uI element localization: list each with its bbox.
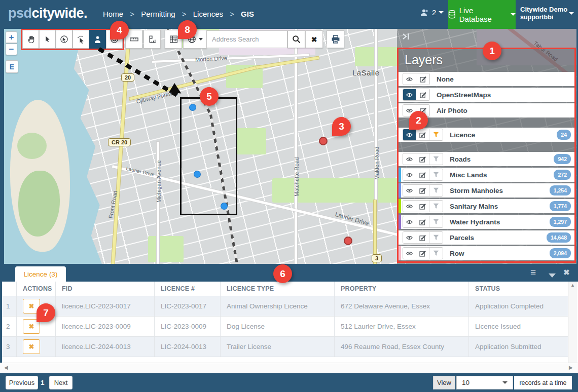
select-lasso-tool-button[interactable]: [73, 30, 89, 49]
pan-hand-tool-button[interactable]: [22, 30, 39, 49]
layer-row-misc-lands[interactable]: Misc Lands 272: [399, 168, 574, 182]
layer-edit-button[interactable]: [416, 248, 429, 259]
layer-group: None OpenStreetMaps Air Photo: [399, 72, 574, 117]
layer-edit-button[interactable]: [416, 73, 429, 85]
callout-7: 7: [37, 303, 55, 322]
map-licence-feature[interactable]: [344, 237, 352, 245]
layer-row-licence[interactable]: Licence 24: [399, 128, 574, 142]
close-panel-icon[interactable]: ✖: [563, 268, 570, 277]
layer-filter-button[interactable]: [429, 201, 443, 212]
address-search-input[interactable]: [206, 30, 287, 48]
print-button[interactable]: [327, 30, 344, 48]
route-badge-20: 20: [121, 73, 134, 82]
layer-edit-button[interactable]: [416, 169, 429, 180]
layer-visibility-toggle[interactable]: [403, 201, 416, 212]
layer-edit-button[interactable]: [416, 216, 429, 227]
east-orientation-button[interactable]: E: [6, 60, 18, 73]
search-button[interactable]: [287, 30, 305, 48]
layer-visibility-toggle[interactable]: [403, 89, 416, 100]
collapse-panel-icon[interactable]: [402, 32, 411, 41]
licence-type-cell: Animal Ownership Licence: [221, 296, 335, 316]
select-arrow-tool-button[interactable]: [39, 30, 56, 49]
layer-filter-button[interactable]: [429, 248, 443, 259]
scroll-up-arrow[interactable]: ▲: [568, 282, 577, 289]
layer-filter-button[interactable]: [429, 232, 443, 243]
column-header-fid[interactable]: FID: [56, 282, 155, 296]
scroll-left-arrow[interactable]: ◀: [4, 365, 8, 370]
layer-edit-button[interactable]: [416, 232, 429, 243]
filter-icon: [433, 132, 439, 138]
zoom-out-button[interactable]: −: [6, 44, 17, 55]
layer-filter-button[interactable]: [429, 153, 443, 165]
tab-licence[interactable]: Licence (3): [15, 266, 66, 282]
layer-buttons: [403, 200, 443, 212]
layer-visibility-toggle[interactable]: [403, 169, 416, 180]
layer-filter-button[interactable]: [429, 129, 443, 140]
eye-icon: [406, 235, 413, 241]
zoom-in-button[interactable]: +: [6, 31, 17, 43]
vertical-scrollbar[interactable]: ▲: [568, 282, 577, 363]
edit-icon: [419, 250, 426, 257]
table-icon: [169, 35, 178, 44]
account-dropdown[interactable]: Citywide Demo supportbbi: [520, 6, 567, 21]
table-body: 1 ✖ licence.LIC-2023-0017 LIC-2023-0017 …: [2, 296, 568, 357]
table-row[interactable]: 1 ✖ licence.LIC-2023-0017 LIC-2023-0017 …: [2, 296, 568, 317]
layer-visibility-toggle[interactable]: [403, 232, 416, 243]
breadcrumb-permitting[interactable]: Permitting: [141, 10, 175, 18]
map-licence-feature[interactable]: [319, 137, 328, 145]
layer-edit-button[interactable]: [416, 89, 429, 100]
layer-edit-button[interactable]: [416, 129, 429, 140]
layer-row-parcels[interactable]: Parcels 14,648: [399, 230, 574, 245]
horizontal-scrollbar[interactable]: ◀ ▶: [0, 363, 578, 373]
column-header-status[interactable]: STATUS: [469, 282, 568, 296]
x-icon: ✖: [29, 302, 34, 310]
breadcrumb-licences[interactable]: Licences: [193, 10, 223, 18]
minus-icon: −: [9, 45, 14, 54]
list-view-icon[interactable]: ≡: [530, 267, 536, 278]
layer-color-stripe: [399, 128, 401, 142]
column-header-licence-[interactable]: LICENCE #: [155, 282, 221, 296]
layer-row-none[interactable]: None: [399, 72, 574, 86]
live-database-dropdown[interactable]: Live Database: [448, 0, 516, 29]
layer-visibility-toggle[interactable]: [403, 248, 416, 259]
clear-search-button[interactable]: ✖: [305, 30, 323, 48]
callout-4: 4: [110, 21, 129, 40]
select-circle-icon: [60, 35, 68, 44]
layer-filter-button[interactable]: [429, 216, 443, 227]
layer-row-storm-manholes[interactable]: Storm Manholes 1,254: [399, 183, 574, 198]
select-circle-tool-button[interactable]: [56, 30, 73, 49]
online-users-dropdown[interactable]: 2: [420, 8, 444, 17]
layer-visibility-toggle[interactable]: [403, 216, 416, 227]
layer-row-row[interactable]: Row 2,094: [399, 246, 574, 260]
next-page-button[interactable]: Next: [49, 376, 73, 389]
layer-visibility-toggle[interactable]: [403, 73, 416, 85]
scroll-right-arrow[interactable]: ▶: [569, 365, 573, 370]
column-header-licence-type[interactable]: LICENCE TYPE: [221, 282, 335, 296]
identify-person-tool-button[interactable]: [89, 30, 106, 49]
previous-page-button[interactable]: Previous: [6, 376, 38, 389]
app-logo[interactable]: psdcitywide.: [8, 6, 87, 21]
layer-row-water-hydrants[interactable]: Water Hydrants 1,297: [399, 215, 574, 229]
breadcrumb-home[interactable]: Home: [103, 10, 123, 18]
layer-edit-button[interactable]: [416, 185, 429, 196]
layer-visibility-toggle[interactable]: [403, 185, 416, 196]
remove-result-button[interactable]: ✖: [23, 339, 40, 354]
layer-visibility-toggle[interactable]: [403, 153, 416, 165]
eye-icon: [406, 132, 413, 138]
column-header-property[interactable]: PROPERTY: [335, 282, 469, 296]
table-row[interactable]: 2 ✖ licence.LIC-2023-0009 LIC-2023-0009 …: [2, 317, 568, 337]
table-row[interactable]: 3 ✖ licence.LIC-2024-0013 LIC-2024-0013 …: [2, 337, 568, 357]
column-header-actions[interactable]: ACTIONS: [17, 282, 56, 296]
measure-profile-button[interactable]: [143, 30, 161, 49]
layer-edit-button[interactable]: [416, 201, 429, 212]
layer-row-openstreetmaps[interactable]: OpenStreetMaps: [399, 88, 574, 102]
layer-visibility-toggle[interactable]: [403, 129, 416, 140]
layer-label: Roads: [450, 155, 471, 163]
layer-row-sanitary-mains[interactable]: Sanitary Mains 1,774: [399, 199, 574, 213]
page-size-select[interactable]: 10: [456, 376, 513, 389]
layer-filter-button[interactable]: [429, 169, 443, 180]
layer-row-roads[interactable]: Roads 942: [399, 152, 574, 166]
layer-edit-button[interactable]: [416, 153, 429, 165]
chevron-down-icon[interactable]: [549, 270, 556, 280]
layer-filter-button[interactable]: [429, 185, 443, 196]
